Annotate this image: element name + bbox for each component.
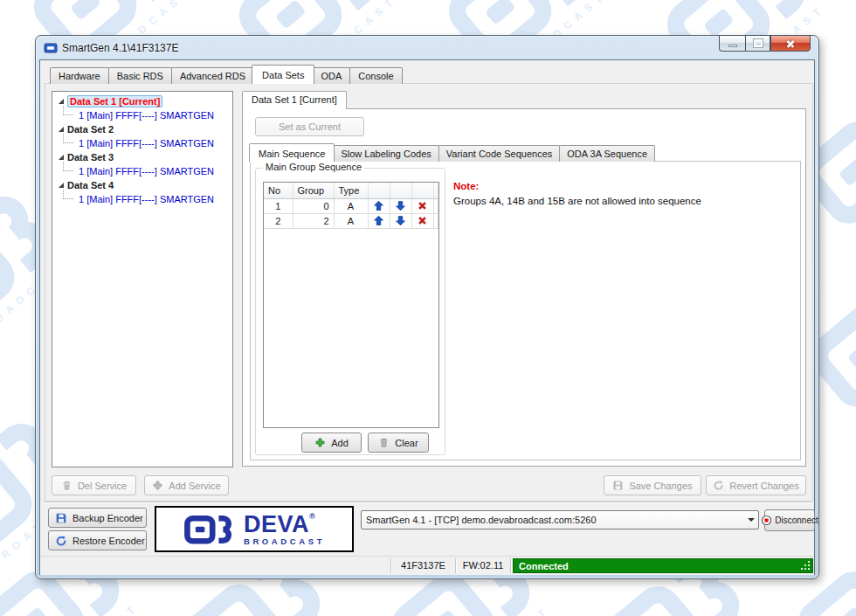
- app-window: SmartGen 4.1\41F3137E Hardware Basic RDS…: [35, 35, 819, 579]
- clear-button[interactable]: Clear: [368, 433, 429, 453]
- tree-item-dataset2[interactable]: Data Set 2: [52, 122, 232, 136]
- statusbar-separator: [510, 558, 511, 573]
- tree-child-dataset2[interactable]: 1 [Main] FFFF[----] SMARTGEN: [52, 136, 232, 150]
- up-arrow-icon: [373, 200, 384, 211]
- undo-arrow-icon: [713, 480, 724, 491]
- delete-row-button[interactable]: [411, 198, 433, 213]
- delete-x-icon: [417, 215, 428, 226]
- connection-select[interactable]: SmartGen 4.1 - [TCP] demo.devabroadcast.…: [361, 510, 759, 529]
- cell-group[interactable]: 2: [293, 213, 334, 228]
- note-text: Groups 4A, 14B and 15B are not allowed i…: [453, 196, 701, 206]
- cell-type[interactable]: A: [334, 213, 368, 228]
- divider: [43, 502, 811, 503]
- plus-icon: [314, 437, 326, 448]
- title-bar[interactable]: SmartGen 4.1\41F3137E: [36, 36, 818, 59]
- tree-item-dataset4[interactable]: Data Set 4: [52, 178, 232, 192]
- dataset-tree: Data Set 1 [Current] 1 [Main] FFFF[----]…: [52, 91, 233, 467]
- tree-child-dataset4[interactable]: 1 [Main] FFFF[----] SMARTGEN: [52, 192, 232, 206]
- cell-group[interactable]: 0: [293, 198, 334, 213]
- connection-value: SmartGen 4.1 - [TCP] demo.devabroadcast.…: [362, 515, 743, 525]
- deva-logo: DEVA® BROADCAST: [155, 506, 354, 552]
- combo-dropdown-button[interactable]: [743, 511, 758, 529]
- firmware-version: FW:02.11: [456, 560, 510, 571]
- col-header-down: [390, 183, 411, 198]
- table-row: 2 2 A: [264, 213, 438, 228]
- restore-encoder-button[interactable]: Restore Encoder: [48, 530, 147, 550]
- col-header-no: No: [264, 183, 293, 198]
- maximize-button[interactable]: [745, 35, 770, 52]
- close-icon: [785, 38, 796, 49]
- deva-db-icon: [183, 514, 238, 545]
- minimize-icon: [728, 45, 737, 47]
- window-title: SmartGen 4.1\41F3137E: [62, 42, 178, 54]
- tree-item-dataset1[interactable]: Data Set 1 [Current]: [52, 94, 232, 108]
- app-icon: [44, 41, 58, 55]
- note-title: Note:: [453, 181, 479, 191]
- trash-icon: [378, 437, 390, 448]
- tree-connector: [63, 106, 73, 115]
- close-button[interactable]: [770, 35, 811, 52]
- tab-variant-code-sequences[interactable]: Variant Code Sequences: [438, 145, 561, 162]
- sequence-table: No Group Type 1 0 A: [263, 182, 439, 428]
- del-service-button[interactable]: Del Service: [52, 475, 136, 495]
- tab-oda[interactable]: ODA: [312, 67, 350, 84]
- down-arrow-icon: [395, 200, 406, 211]
- plus-icon: [152, 480, 163, 491]
- sequence-tabstrip: Main Sequence Slow Labeling Codes Varian…: [250, 143, 654, 162]
- undo-arrow-icon: [55, 535, 67, 547]
- col-header-delete: [411, 183, 433, 198]
- save-changes-button[interactable]: Save Changes: [604, 475, 701, 495]
- tab-oda-3a-sequence[interactable]: ODA 3A Sequence: [559, 145, 655, 162]
- client-area: Hardware Basic RDS Advanced RDS Data Set…: [39, 59, 815, 575]
- main-tabstrip: Hardware Basic RDS Advanced RDS Data Set…: [50, 66, 402, 84]
- col-header-group: Group: [293, 183, 334, 198]
- main-sequence-page: Main Group Sequence No Group Type: [250, 161, 801, 460]
- expander-icon[interactable]: [59, 155, 64, 160]
- add-service-button[interactable]: Add Service: [144, 475, 229, 495]
- expander-icon[interactable]: [59, 183, 64, 188]
- move-down-button[interactable]: [390, 198, 411, 213]
- cell-type[interactable]: A: [334, 198, 368, 213]
- detail-page: Set as Current Main Sequence Slow Labeli…: [242, 108, 806, 467]
- tab-basic-rds[interactable]: Basic RDS: [108, 67, 172, 84]
- col-header-up: [368, 183, 390, 198]
- tab-data-sets[interactable]: Data Sets: [252, 65, 314, 84]
- delete-x-icon: [417, 200, 428, 211]
- tree-connector: [63, 134, 73, 143]
- tree-connector: [63, 162, 73, 171]
- main-group-sequence-groupbox: Main Group Sequence No Group Type: [255, 168, 445, 455]
- move-down-button[interactable]: [390, 213, 411, 228]
- detail-page-tab[interactable]: Data Set 1 [Current]: [242, 91, 347, 109]
- backup-encoder-button[interactable]: Backup Encoder: [48, 508, 147, 528]
- expander-icon[interactable]: [59, 127, 64, 132]
- add-button[interactable]: Add: [301, 433, 362, 453]
- tab-main-sequence[interactable]: Main Sequence: [249, 143, 335, 162]
- move-up-button[interactable]: [368, 198, 390, 213]
- tab-slow-labeling-codes[interactable]: Slow Labeling Codes: [333, 145, 438, 162]
- minimize-button[interactable]: [719, 35, 745, 52]
- cell-filler: [433, 198, 438, 213]
- chevron-down-icon: [748, 518, 755, 522]
- up-arrow-icon: [373, 215, 384, 226]
- record-stop-icon: [761, 515, 772, 526]
- tree-child-dataset3[interactable]: 1 [Main] FFFF[----] SMARTGEN: [52, 164, 232, 178]
- tab-hardware[interactable]: Hardware: [50, 67, 109, 84]
- revert-changes-button[interactable]: Revert Changes: [706, 475, 806, 495]
- disconnect-button[interactable]: Disconnect: [764, 509, 815, 531]
- set-as-current-button[interactable]: Set as Current: [255, 117, 364, 136]
- tree-child-dataset1[interactable]: 1 [Main] FFFF[----] SMARTGEN: [52, 108, 232, 122]
- table-header-row: No Group Type: [264, 183, 438, 198]
- col-header-filler: [433, 183, 438, 198]
- tree-item-dataset3[interactable]: Data Set 3: [52, 150, 232, 164]
- delete-row-button[interactable]: [411, 213, 433, 228]
- trash-icon: [61, 480, 72, 491]
- tab-console[interactable]: Console: [349, 67, 402, 84]
- resize-grip[interactable]: [808, 568, 810, 570]
- col-header-type: Type: [334, 183, 368, 198]
- move-up-button[interactable]: [368, 213, 390, 228]
- expander-icon[interactable]: [59, 99, 64, 104]
- status-bar: 41F3137E FW:02.11 Connected: [40, 556, 814, 575]
- table-row: 1 0 A: [264, 198, 438, 213]
- tab-advanced-rds[interactable]: Advanced RDS: [171, 67, 254, 84]
- cell-no: 1: [264, 198, 293, 213]
